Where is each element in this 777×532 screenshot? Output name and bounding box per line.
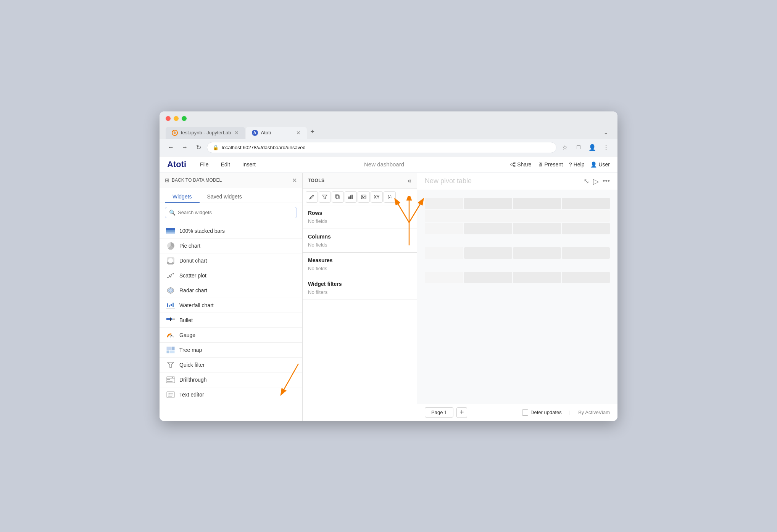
pie-chart-icon <box>166 242 176 250</box>
tab-label-jupyter: test.ipynb - JupyterLab <box>181 130 231 135</box>
list-item[interactable]: Gauge <box>160 328 302 343</box>
svg-rect-19 <box>169 305 170 307</box>
skeleton-cell <box>464 272 512 283</box>
skeleton-cell <box>513 247 561 259</box>
tool-chart-button[interactable] <box>345 191 357 203</box>
gauge-icon <box>166 331 176 339</box>
widget-label: Waterfall chart <box>179 302 214 308</box>
svg-rect-50 <box>348 197 350 199</box>
skeleton-cell <box>513 198 561 209</box>
widget-label: Radar chart <box>179 287 207 293</box>
tab-label-atoti: Atoti <box>261 130 271 135</box>
browser-tab-jupyter[interactable]: ↻ test.ipynb - JupyterLab ✕ <box>166 127 245 139</box>
widget-label: Quick filter <box>179 362 205 368</box>
pivot-play-button[interactable]: ▷ <box>593 177 599 186</box>
widget-label: Drillthrough <box>179 377 207 383</box>
profile-button[interactable]: 👤 <box>587 142 598 153</box>
tab-saved-widgets[interactable]: Saved widgets <box>200 191 250 203</box>
new-tab-button[interactable]: + <box>308 125 318 139</box>
waterfall-chart-icon <box>166 301 176 309</box>
help-icon: ? <box>569 161 572 168</box>
browser-tabs: ↻ test.ipynb - JupyterLab ✕ A Atoti ✕ + … <box>166 125 611 139</box>
browser-tab-atoti[interactable]: A Atoti ✕ <box>246 127 307 139</box>
share-icon <box>510 162 516 167</box>
text-editor-icon: T <box>166 391 176 398</box>
copy-icon <box>335 194 340 200</box>
measures-title: Measures <box>308 257 411 263</box>
widgets-panel: ⊞ BACK TO DATA MODEL ✕ Widgets Saved wid… <box>160 173 303 421</box>
measures-section: Measures No fields <box>303 253 417 276</box>
tool-copy-button[interactable] <box>332 191 344 203</box>
svg-line-4 <box>512 165 514 166</box>
widget-label: Pie chart <box>179 243 200 249</box>
svg-rect-29 <box>171 347 175 350</box>
list-item[interactable]: Pie chart <box>160 239 302 253</box>
menu-edit[interactable]: Edit <box>219 160 232 169</box>
list-item[interactable]: Radar chart <box>160 283 302 298</box>
tool-image-button[interactable] <box>358 191 370 203</box>
skeleton-header-row <box>425 198 610 209</box>
tab-close-jupyter[interactable]: ✕ <box>234 130 239 136</box>
stacked-bars-icon <box>166 227 176 235</box>
tool-xy-button[interactable]: XY <box>371 191 383 203</box>
skeleton-cell <box>513 272 561 283</box>
browser-controls <box>166 116 611 121</box>
help-button[interactable]: ? Help <box>569 161 585 168</box>
maximize-button[interactable] <box>182 116 187 121</box>
pivot-more-button[interactable]: ••• <box>603 177 610 185</box>
rows-title: Rows <box>308 210 411 216</box>
svg-point-1 <box>511 164 512 165</box>
list-item[interactable]: 100% stacked bars <box>160 224 302 239</box>
search-input-wrap[interactable]: 🔍 <box>165 207 297 218</box>
reload-button[interactable]: ↻ <box>193 142 204 153</box>
user-button[interactable]: 👤 User <box>590 161 610 168</box>
search-input[interactable] <box>178 210 293 215</box>
list-item[interactable]: Waterfall chart <box>160 298 302 313</box>
svg-rect-18 <box>167 303 168 307</box>
tools-collapse-button[interactable]: « <box>408 177 411 185</box>
list-item[interactable]: Quick filter <box>160 358 302 372</box>
pivot-expand-button[interactable]: ⤡ <box>584 177 589 185</box>
bookmark-button[interactable]: ☆ <box>559 142 570 153</box>
tabs-dropdown[interactable]: ⌄ <box>600 126 611 139</box>
minimize-button[interactable] <box>174 116 179 121</box>
present-button[interactable]: 🖥 Present <box>538 161 563 168</box>
reader-mode-button[interactable]: □ <box>573 142 584 153</box>
list-item[interactable]: Bullet <box>160 313 302 328</box>
svg-rect-52 <box>351 195 353 199</box>
menu-insert[interactable]: Insert <box>240 160 258 169</box>
back-button[interactable]: ← <box>166 142 176 153</box>
menu-file[interactable]: File <box>198 160 211 169</box>
page-1-button[interactable]: Page 1 <box>425 407 453 418</box>
list-item[interactable]: Scatter plot <box>160 268 302 283</box>
list-item[interactable]: Tree map <box>160 343 302 358</box>
forward-button[interactable]: → <box>179 142 190 153</box>
url-bar[interactable]: 🔒 localhost:60278/#/dashboard/unsaved <box>207 142 556 153</box>
pivot-title: New pivot table <box>425 177 472 185</box>
widget-label: Bullet <box>179 317 193 323</box>
menu-actions: Share 🖥 Present ? Help 👤 User <box>510 161 610 168</box>
more-options-button[interactable]: ⋮ <box>601 142 611 153</box>
tab-widgets[interactable]: Widgets <box>165 191 200 203</box>
svg-marker-17 <box>169 289 172 292</box>
app-menu-bar: Atoti File Edit Insert New dashboard Sha… <box>160 156 617 173</box>
close-button[interactable] <box>166 116 171 121</box>
share-button[interactable]: Share <box>510 161 531 168</box>
skeleton-cell <box>562 247 610 259</box>
list-item[interactable]: Drillthrough <box>160 372 302 387</box>
skeleton-cell <box>562 272 610 283</box>
widgets-panel-close[interactable]: ✕ <box>292 177 297 184</box>
tools-toolbar: XY {-} <box>303 189 417 205</box>
tab-close-atoti[interactable]: ✕ <box>296 130 301 136</box>
list-item[interactable]: Donut chart <box>160 253 302 268</box>
measures-empty: No fields <box>308 266 411 271</box>
defer-updates-checkbox[interactable] <box>522 409 528 416</box>
svg-point-15 <box>170 276 171 277</box>
skeleton-row <box>425 210 610 222</box>
pivot-skeleton <box>425 198 610 283</box>
add-page-button[interactable]: + <box>456 407 467 418</box>
list-item[interactable]: T Text editor <box>160 387 302 402</box>
tool-filter-button[interactable] <box>319 191 331 203</box>
tool-code-button[interactable]: {-} <box>384 191 396 203</box>
tool-edit-button[interactable] <box>306 191 318 203</box>
